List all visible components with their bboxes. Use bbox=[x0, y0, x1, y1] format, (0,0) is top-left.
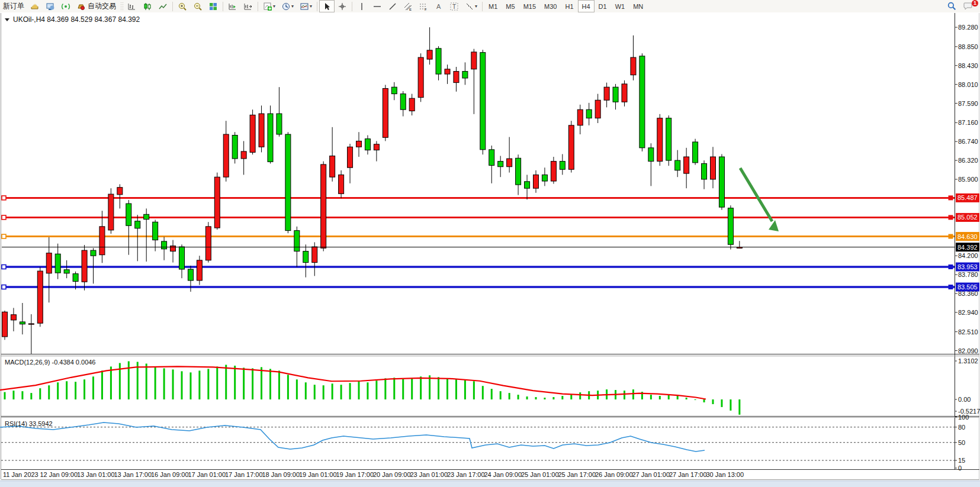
candle bbox=[622, 84, 627, 102]
candle bbox=[454, 72, 459, 83]
candle bbox=[445, 69, 450, 74]
candle bbox=[498, 162, 503, 167]
candle bbox=[179, 247, 185, 269]
svg-text:83.505: 83.505 bbox=[957, 283, 978, 291]
svg-text:13 Jan 01:00: 13 Jan 01:00 bbox=[77, 471, 115, 478]
price-label: 84.392 bbox=[956, 243, 979, 251]
candle bbox=[427, 50, 432, 59]
svg-text:87.590: 87.590 bbox=[958, 100, 978, 107]
candle bbox=[285, 134, 291, 231]
svg-text:16 Jan 09:00: 16 Jan 09:00 bbox=[151, 471, 189, 478]
chart-window[interactable]: 89.28088.85088.43088.01087.59087.16086.7… bbox=[0, 0, 980, 487]
svg-text:18 Jan 09:00: 18 Jan 09:00 bbox=[262, 471, 300, 478]
svg-text:11 Jan 2023: 11 Jan 2023 bbox=[3, 471, 38, 478]
time-axis[interactable]: 11 Jan 202312 Jan 09:0013 Jan 01:0013 Ja… bbox=[3, 471, 744, 478]
candle bbox=[568, 125, 574, 169]
hline-left-handle bbox=[2, 285, 6, 289]
candle bbox=[126, 204, 131, 225]
svg-text:UKOil-,H4 84.369 84.529 84.36: UKOil-,H4 84.369 84.529 84.367 84.392 bbox=[13, 15, 140, 24]
svg-text:17 Jan 17:00: 17 Jan 17:00 bbox=[225, 471, 263, 478]
candle bbox=[153, 222, 158, 240]
price-label: 83.953 bbox=[956, 262, 979, 271]
candle bbox=[391, 87, 397, 93]
svg-text:85.052: 85.052 bbox=[957, 214, 978, 221]
candle bbox=[586, 109, 592, 118]
svg-text:88.850: 88.850 bbox=[958, 43, 978, 50]
candle bbox=[294, 231, 300, 251]
candle bbox=[232, 136, 237, 159]
svg-text:82.090: 82.090 bbox=[958, 347, 978, 354]
svg-text:23 Jan 17:00: 23 Jan 17:00 bbox=[447, 471, 485, 478]
candle bbox=[365, 139, 370, 150]
candle bbox=[135, 221, 140, 228]
svg-text:84.630: 84.630 bbox=[957, 233, 978, 240]
window-bottom-strip bbox=[0, 480, 980, 487]
candle bbox=[595, 100, 600, 118]
svg-text:30 Jan 13:00: 30 Jan 13:00 bbox=[706, 471, 744, 478]
candle bbox=[666, 118, 671, 160]
hline-right-handle bbox=[949, 234, 953, 238]
candle bbox=[604, 87, 609, 100]
candle bbox=[471, 52, 477, 69]
candle bbox=[339, 175, 344, 193]
candle bbox=[684, 157, 689, 173]
svg-text:15: 15 bbox=[958, 457, 965, 464]
svg-text:17 Jan 01:00: 17 Jan 01:00 bbox=[188, 471, 226, 478]
hline-right-handle bbox=[949, 215, 953, 220]
candle bbox=[577, 109, 583, 125]
candle bbox=[277, 114, 282, 134]
candle bbox=[321, 165, 326, 248]
candle bbox=[711, 157, 716, 179]
candle bbox=[648, 148, 654, 162]
svg-text:88.430: 88.430 bbox=[958, 62, 978, 69]
candle bbox=[702, 163, 707, 179]
hline-right-handle bbox=[949, 196, 953, 200]
candle bbox=[551, 162, 556, 181]
candle bbox=[348, 147, 353, 167]
candle bbox=[693, 142, 698, 163]
svg-text:83.953: 83.953 bbox=[957, 263, 978, 270]
candle bbox=[303, 251, 309, 263]
candle bbox=[37, 271, 43, 323]
price-label: 85.052 bbox=[956, 213, 979, 222]
svg-text:23 Jan 01:00: 23 Jan 01:00 bbox=[410, 471, 448, 478]
svg-text:0.00: 0.00 bbox=[958, 396, 971, 403]
candle bbox=[214, 177, 220, 228]
price-label: 83.505 bbox=[956, 283, 979, 292]
price-label: 85.487 bbox=[956, 193, 979, 202]
candle bbox=[356, 141, 362, 147]
svg-text:85.900: 85.900 bbox=[958, 176, 978, 183]
svg-text:1.3102: 1.3102 bbox=[958, 357, 978, 365]
hline-left-handle bbox=[2, 196, 6, 200]
hline-right-handle bbox=[949, 265, 953, 269]
candle bbox=[162, 241, 167, 249]
candle bbox=[99, 227, 105, 255]
candle bbox=[312, 247, 317, 263]
candle bbox=[507, 159, 512, 167]
svg-text:19 Jan 17:00: 19 Jan 17:00 bbox=[336, 471, 374, 478]
candle bbox=[613, 87, 618, 102]
svg-text:80: 80 bbox=[958, 424, 965, 431]
trading-terminal: { "toolbar": { "new_order_label": "新订单",… bbox=[0, 0, 980, 487]
svg-text:27 Jan 17:00: 27 Jan 17:00 bbox=[669, 471, 707, 478]
chart-title: UKOil-,H4 84.369 84.529 84.367 84.392 bbox=[5, 15, 140, 24]
candle bbox=[542, 175, 547, 181]
candle bbox=[250, 115, 255, 152]
svg-text:24 Jan 09:00: 24 Jan 09:00 bbox=[484, 471, 522, 478]
candle bbox=[418, 57, 423, 98]
candle bbox=[436, 49, 441, 74]
svg-text:86.740: 86.740 bbox=[958, 138, 978, 145]
svg-text:82.940: 82.940 bbox=[958, 309, 978, 316]
candle bbox=[330, 156, 335, 177]
candle bbox=[197, 260, 202, 280]
candle bbox=[55, 254, 60, 273]
candle bbox=[719, 157, 724, 207]
hline-left-handle bbox=[2, 234, 6, 238]
candle bbox=[144, 214, 149, 219]
svg-text:RSI(14) 33.5942: RSI(14) 33.5942 bbox=[5, 420, 53, 427]
svg-text:25 Jan 01:00: 25 Jan 01:00 bbox=[521, 471, 559, 478]
svg-text:19 Jan 01:00: 19 Jan 01:00 bbox=[299, 471, 337, 478]
svg-text:89.280: 89.280 bbox=[958, 24, 978, 31]
svg-text:87.160: 87.160 bbox=[958, 119, 978, 126]
svg-text:82.510: 82.510 bbox=[958, 328, 978, 336]
